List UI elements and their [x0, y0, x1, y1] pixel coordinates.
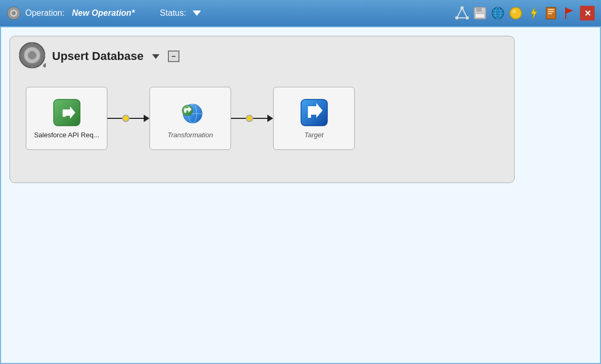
titlebar: Operation: New Operation* Status: — [0, 0, 601, 26]
salesforce-icon — [52, 98, 81, 127]
svg-rect-19 — [548, 9, 554, 10]
operation-label: Operation: — [25, 8, 65, 18]
svg-marker-23 — [566, 8, 573, 14]
svg-rect-20 — [548, 11, 554, 12]
upsert-dropdown-arrow[interactable] — [152, 54, 159, 59]
upsert-database-container: Upsert Database − — [9, 36, 515, 183]
pipeline-flow: Salesforce API Req... — [10, 76, 514, 166]
status-dropdown[interactable] — [193, 11, 201, 16]
lightning-icon[interactable] — [526, 6, 541, 21]
svg-point-6 — [455, 16, 458, 19]
svg-point-2 — [12, 11, 15, 15]
target-icon — [299, 98, 328, 127]
close-button[interactable]: ✕ — [580, 6, 595, 21]
svg-rect-28 — [31, 64, 34, 68]
target-label: Target — [304, 131, 323, 139]
salesforce-node[interactable]: Salesforce API Req... — [26, 87, 107, 150]
target-node[interactable]: Target — [273, 87, 355, 150]
salesforce-label: Salesforce API Req... — [34, 131, 99, 139]
transformation-label: Transformation — [167, 131, 213, 139]
connector-dot-2 — [246, 115, 253, 122]
operation-name: New Operation* — [72, 8, 135, 18]
upsert-header: Upsert Database − — [10, 36, 514, 76]
upsert-title: Upsert Database — [52, 49, 144, 63]
svg-point-4 — [460, 6, 464, 9]
transformation-node[interactable]: Transformation — [149, 87, 231, 150]
connector-dot-1 — [122, 115, 129, 122]
toolbar-icons: ✕ — [455, 6, 595, 21]
upsert-gear-icon — [18, 42, 46, 71]
connector-arrow-2 — [267, 115, 273, 122]
svg-rect-29 — [19, 54, 23, 57]
svg-rect-27 — [31, 42, 34, 46]
book-icon[interactable] — [544, 6, 559, 21]
main-content: Upsert Database − — [0, 26, 601, 364]
close-icon: ✕ — [584, 8, 591, 18]
connector-arrow-1 — [144, 115, 149, 122]
flag-icon[interactable] — [562, 6, 577, 21]
svg-point-5 — [466, 16, 469, 19]
svg-point-15 — [510, 7, 522, 19]
globe-icon[interactable] — [490, 6, 505, 21]
yellow-orb-icon[interactable] — [508, 6, 523, 21]
connector-1 — [107, 115, 149, 122]
network-icon[interactable] — [455, 6, 469, 21]
transformation-icon — [176, 98, 205, 127]
svg-rect-8 — [476, 7, 482, 12]
svg-rect-34 — [43, 63, 46, 68]
svg-rect-9 — [475, 14, 485, 18]
svg-marker-17 — [531, 7, 537, 19]
svg-point-26 — [28, 51, 36, 59]
svg-point-16 — [513, 10, 516, 13]
status-label: Status: — [160, 8, 186, 18]
connector-2 — [231, 115, 273, 122]
titlebar-gear-icon — [6, 6, 21, 21]
save-icon[interactable] — [473, 6, 487, 21]
svg-rect-21 — [548, 13, 552, 14]
upsert-collapse-button[interactable]: − — [168, 50, 179, 62]
svg-rect-30 — [41, 54, 45, 57]
